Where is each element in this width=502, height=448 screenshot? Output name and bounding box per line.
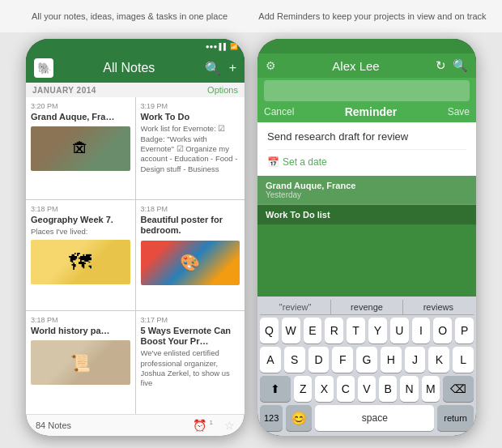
sync-icon[interactable]: ↻ [436, 58, 446, 73]
reminder-search-input[interactable] [264, 80, 470, 101]
note-body: We've enlisted certified professional or… [141, 348, 240, 388]
reminder-search-bar [257, 78, 476, 104]
note-card-5[interactable]: 3:18 PM World history pa… 📜 [26, 311, 135, 414]
key-Z[interactable]: Z [294, 376, 312, 402]
note-title: Beautiful poster for bedroom. [141, 215, 240, 236]
shift-key[interactable]: ⬆ [260, 376, 291, 402]
right-note-item-2[interactable]: Work To Do list [257, 205, 476, 225]
backspace-key[interactable]: ⌫ [443, 376, 474, 402]
note-card-3[interactable]: 3:18 PM Geography Week 7. Places I've li… [26, 200, 135, 310]
keyboard: "review" revenge reviews Q W E R T Y U I… [257, 297, 476, 436]
note-time: 3:20 PM [31, 102, 130, 110]
key-K[interactable]: K [428, 347, 449, 373]
key-B[interactable]: B [379, 376, 397, 402]
user-name: Alex Lee [332, 59, 379, 73]
right-header: ⚙ Alex Lee ↻ 🔍 [257, 53, 476, 78]
key-V[interactable]: V [358, 376, 376, 402]
key-A[interactable]: A [260, 347, 281, 373]
note-image-poster: 🎨 [141, 241, 240, 285]
date-label: JANUARY 2014 [32, 86, 96, 95]
note-title: Grand Auque, Fra… [31, 112, 130, 122]
key-U[interactable]: U [390, 318, 409, 343]
note-title: Geography Week 7. [31, 215, 130, 225]
note-time: 3:18 PM [31, 205, 130, 213]
note-time: 3:17 PM [141, 316, 240, 324]
note-body: Places I've lived: [31, 227, 130, 237]
note-sub: Yesterday [266, 190, 468, 199]
gear-icon[interactable]: ⚙ [266, 59, 276, 72]
set-date-label: Set a date [283, 156, 327, 168]
return-key[interactable]: return [437, 405, 474, 431]
note-image-map [31, 240, 130, 284]
suggestion-reviews[interactable]: reviews [403, 300, 474, 314]
emoji-key[interactable]: 😊 [286, 405, 312, 431]
numbers-key[interactable]: 123 [260, 405, 283, 431]
key-M[interactable]: M [422, 376, 440, 402]
note-time: 3:18 PM [31, 316, 130, 324]
note-time: 3:19 PM [141, 102, 240, 110]
options-button[interactable]: Options [207, 85, 238, 95]
note-title: 5 Ways Evernote Can Boost Your Pr… [141, 326, 240, 347]
reminder-title: Reminder [345, 105, 398, 118]
bottom-icons: ⏰ 1 ☆ [193, 419, 235, 432]
key-T[interactable]: T [347, 318, 365, 343]
key-Q[interactable]: Q [260, 318, 279, 343]
set-date-button[interactable]: 📅 Set a date [267, 149, 466, 168]
key-P[interactable]: P [455, 318, 474, 343]
key-row-2: A S D F G H J K L [260, 347, 474, 373]
cancel-button[interactable]: Cancel [264, 106, 294, 117]
phones-area: ●●● ▌▌ 📶 🐘 All Notes 🔍 + JANUARY 2014 Op… [0, 32, 502, 448]
key-D[interactable]: D [308, 347, 330, 373]
key-E[interactable]: E [304, 318, 322, 343]
status-icons: ●●● ▌▌ 📶 [206, 43, 238, 50]
note-card-6[interactable]: 3:17 PM 5 Ways Evernote Can Boost Your P… [136, 311, 245, 414]
key-H[interactable]: H [381, 347, 402, 373]
date-bar: JANUARY 2014 Options [26, 83, 245, 97]
key-N[interactable]: N [400, 376, 418, 402]
note-card-1[interactable]: 3:20 PM Grand Auque, Fra… 🏚 [26, 97, 135, 199]
space-key[interactable]: space [315, 405, 434, 431]
right-note-item-1[interactable]: Grand Auque, France Yesterday [257, 176, 476, 205]
save-button[interactable]: Save [448, 106, 470, 117]
note-card-4[interactable]: 3:18 PM Beautiful poster for bedroom. 🎨 [136, 200, 245, 310]
note-title: Work To Do list [266, 210, 468, 220]
app-title: All Notes [53, 61, 205, 75]
key-O[interactable]: O [433, 318, 452, 343]
promo-left: All your notes, ideas, images & tasks in… [13, 11, 246, 22]
note-card-2[interactable]: 3:19 PM Work To Do Work list for Evernot… [136, 97, 245, 199]
key-row-3: ⬆ Z X C V B N M ⌫ [260, 376, 474, 402]
reminder-note-text: Send research draft for review [267, 130, 466, 143]
right-phone: ⚙ Alex Lee ↻ 🔍 Cancel Reminder Save Send… [257, 39, 476, 436]
key-W[interactable]: W [282, 318, 300, 343]
key-Y[interactable]: Y [368, 318, 387, 343]
key-I[interactable]: I [412, 318, 431, 343]
add-note-icon[interactable]: + [229, 61, 236, 75]
note-image-history: 📜 [31, 340, 130, 385]
evernote-logo: 🐘 [34, 58, 53, 78]
note-title: Work To Do [141, 112, 240, 122]
promo-bar: All your notes, ideas, images & tasks in… [0, 0, 502, 32]
reminder-box: Send research draft for review 📅 Set a d… [257, 122, 476, 176]
key-J[interactable]: J [405, 347, 426, 373]
promo-right: Add Reminders to keep your projects in v… [256, 11, 489, 22]
key-C[interactable]: C [337, 376, 355, 402]
note-title: World history pa… [31, 326, 130, 336]
key-R[interactable]: R [325, 318, 343, 343]
key-X[interactable]: X [315, 376, 333, 402]
key-G[interactable]: G [356, 347, 377, 373]
search-icon[interactable]: 🔍 [453, 58, 468, 73]
search-icon[interactable]: 🔍 [205, 61, 221, 76]
left-phone: ●●● ▌▌ 📶 🐘 All Notes 🔍 + JANUARY 2014 Op… [26, 39, 245, 436]
key-row-1: Q W E R T Y U I O P [260, 318, 474, 343]
key-L[interactable]: L [453, 347, 474, 373]
key-S[interactable]: S [284, 347, 305, 373]
key-row-4: 123 😊 space return [260, 405, 474, 431]
reminder-icon[interactable]: ⏰ 1 [193, 419, 213, 432]
suggestion-revenge[interactable]: revenge [331, 300, 402, 314]
calendar-icon: 📅 [267, 156, 279, 168]
key-F[interactable]: F [332, 347, 353, 373]
suggestion-review[interactable]: "review" [260, 300, 331, 314]
note-time: 3:18 PM [141, 205, 240, 213]
star-icon[interactable]: ☆ [224, 419, 235, 432]
suggestions-row: "review" revenge reviews [260, 300, 474, 315]
